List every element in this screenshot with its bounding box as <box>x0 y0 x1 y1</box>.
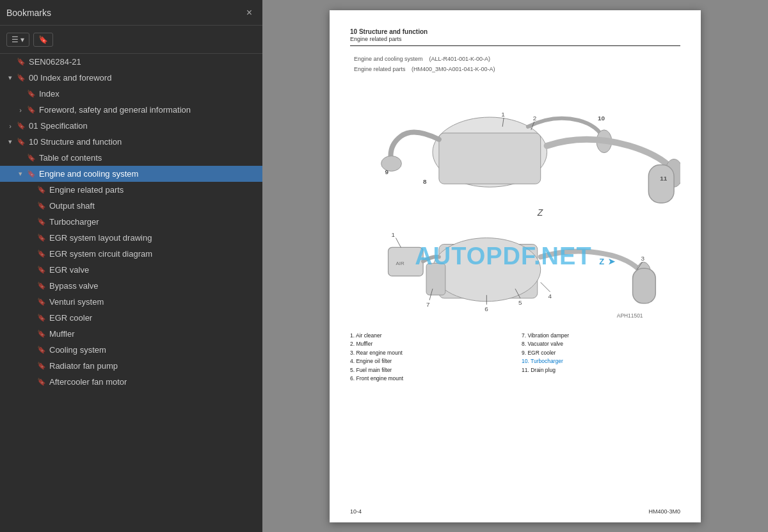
svg-point-6 <box>381 156 402 171</box>
svg-text:Z: Z <box>537 207 543 217</box>
bookmark-icon: 🔖 <box>27 170 36 178</box>
bookmark-label: Venturi system <box>49 297 104 307</box>
bookmark-item-eng-parts[interactable]: 🔖Engine related parts <box>0 182 262 198</box>
pdf-sub-title: Engine related parts (HM400_3M0-A001-041… <box>350 64 680 73</box>
expand-arrow-icon: › <box>15 106 26 114</box>
svg-text:4: 4 <box>548 292 552 299</box>
bookmark-item-index[interactable]: 🔖Index <box>0 86 262 102</box>
bookmark-item-egr-circuit[interactable]: 🔖EGR system circuit diagram <box>0 246 262 262</box>
bookmark-label: 00 Index and foreword <box>29 73 111 83</box>
svg-text:APH11501: APH11501 <box>617 312 643 318</box>
legend-item: 10. Turbocharger <box>522 357 680 366</box>
bookmark-item-spec[interactable]: ›🔖01 Specification <box>0 118 262 134</box>
svg-line-22 <box>396 238 401 247</box>
panel-toolbar: ☰ ▾ 🔖 <box>0 26 262 54</box>
pdf-viewer: 10 Structure and function Engine related… <box>262 0 768 532</box>
bookmark-item-egr-cooler[interactable]: 🔖EGR cooler <box>0 310 262 326</box>
bookmark-icon: 🔖 <box>27 90 36 98</box>
bookmark-label: EGR cooler <box>49 313 92 323</box>
expand-arrow-icon: ▾ <box>5 138 15 146</box>
bookmark-tool-button[interactable]: 🔖 <box>33 33 53 47</box>
bookmark-label: Foreword, safety and general information <box>39 105 191 115</box>
svg-rect-18 <box>388 247 424 276</box>
bookmark-label: Aftercooler fan motor <box>49 377 127 387</box>
expand-arrow-icon: › <box>5 122 15 130</box>
bookmark-item-eng-cool[interactable]: ▾🔖Engine and cooling system <box>0 166 262 182</box>
bookmark-item-aftercool[interactable]: 🔖Aftercooler fan motor <box>0 374 262 390</box>
svg-rect-21 <box>633 268 656 303</box>
pdf-header-sub: Engine related parts <box>350 36 680 46</box>
bookmark-icon: 🔖 <box>37 202 46 210</box>
bookmark-icon: 🔖 <box>37 314 46 322</box>
svg-line-26 <box>541 282 550 292</box>
svg-text:3: 3 <box>641 255 644 262</box>
bookmark-item-egr-layout[interactable]: 🔖EGR system layout drawing <box>0 230 262 246</box>
bookmark-icon: 🔖 <box>27 106 36 114</box>
menu-icon: ☰ <box>12 35 19 44</box>
svg-text:2: 2 <box>533 115 537 122</box>
bookmark-icon: 🔖 <box>37 298 46 306</box>
bookmark-label: Bypass valve <box>49 281 99 291</box>
bookmark-item-foreword[interactable]: ›🔖Foreword, safety and general informati… <box>0 102 262 118</box>
bookmark-icon: 🔖 <box>37 250 46 258</box>
pdf-footer: 10-4 HM400-3M0 <box>350 508 680 515</box>
bookmark-label: Turbocharger <box>49 217 99 227</box>
bookmark-item-output[interactable]: 🔖Output shaft <box>0 198 262 214</box>
doc-number: HM400-3M0 <box>648 508 680 515</box>
bookmark-icon: 🔖 <box>37 378 46 386</box>
bookmark-label: Engine related parts <box>49 185 124 195</box>
expand-arrow-icon: ▾ <box>15 170 26 178</box>
bookmark-label: Cooling system <box>49 345 106 355</box>
pdf-section-title: Engine and cooling system (ALL-R401-001-… <box>350 52 680 63</box>
bookmark-item-sen06284[interactable]: 🔖SEN06284-21 <box>0 54 262 70</box>
svg-text:7: 7 <box>426 300 430 307</box>
bookmark-item-struct[interactable]: ▾🔖10 Structure and function <box>0 134 262 150</box>
bookmark-label: Output shaft <box>49 201 95 211</box>
bookmark-item-turbo[interactable]: 🔖Turbocharger <box>0 214 262 230</box>
bookmark-item-venturi[interactable]: 🔖Venturi system <box>0 294 262 310</box>
bookmark-label: Table of contents <box>39 153 102 163</box>
bookmark-item-rad-fan[interactable]: 🔖Radiator fan pump <box>0 358 262 374</box>
bookmark-icon: 🔖 <box>17 58 26 66</box>
svg-text:5: 5 <box>518 298 522 305</box>
svg-text:11: 11 <box>660 175 668 182</box>
svg-rect-1 <box>439 133 541 183</box>
bookmark-label: Engine and cooling system <box>39 169 138 179</box>
svg-text:1: 1 <box>392 230 396 238</box>
bookmark-item-idx-foreword[interactable]: ▾🔖00 Index and foreword <box>0 70 262 86</box>
svg-text:AIR: AIR <box>396 261 404 266</box>
bookmark-label: EGR system circuit diagram <box>49 249 152 259</box>
legend-item: 11. Drain plug <box>522 366 680 375</box>
bookmark-item-muffler[interactable]: 🔖Muffler <box>0 326 262 342</box>
legend-item: 3. Rear engine mount <box>350 349 509 358</box>
bookmarks-panel: Bookmarks × ☰ ▾ 🔖 🔖SEN06284-21▾🔖00 Index… <box>0 0 262 532</box>
legend-item: 5. Fuel main filter <box>350 366 509 375</box>
bookmark-item-egr-valve[interactable]: 🔖EGR valve <box>0 262 262 278</box>
legend-item: 7. Vibration damper <box>522 332 680 341</box>
bookmark-icon: 🔖 <box>17 74 26 82</box>
bookmark-icon: 🔖 <box>37 282 46 290</box>
bookmark-item-toc[interactable]: 🔖Table of contents <box>0 150 262 166</box>
panel-header: Bookmarks × <box>0 0 262 26</box>
bookmark-item-cooling[interactable]: 🔖Cooling system <box>0 342 262 358</box>
bookmark-label: Radiator fan pump <box>49 361 118 371</box>
bookmark-icon: 🔖 <box>37 362 46 370</box>
bookmark-icon: 🔖 <box>27 154 36 162</box>
svg-rect-17 <box>426 263 445 295</box>
bookmark-icon: 🔖 <box>37 346 46 354</box>
legend-item: 2. Muffler <box>350 340 509 349</box>
menu-button[interactable]: ☰ ▾ <box>6 33 29 47</box>
legend-item: 8. Vacuator valve <box>522 340 680 349</box>
bookmark-label: EGR valve <box>49 265 89 275</box>
svg-text:10: 10 <box>598 115 605 122</box>
close-button[interactable]: × <box>243 6 256 20</box>
legend-item: 6. Front engine mount <box>350 375 509 383</box>
bookmark-icon: 🔖 <box>37 218 46 226</box>
bookmark-icon: 🔖 <box>37 234 46 242</box>
page-number: 10-4 <box>350 508 362 515</box>
bookmark-list: 🔖SEN06284-21▾🔖00 Index and foreword🔖Inde… <box>0 54 262 532</box>
legend-item: 4. Engine oil filter <box>350 357 509 366</box>
bookmark-item-bypass[interactable]: 🔖Bypass valve <box>0 278 262 294</box>
bookmark-label: 10 Structure and function <box>29 137 122 147</box>
svg-text:1: 1 <box>501 111 505 118</box>
